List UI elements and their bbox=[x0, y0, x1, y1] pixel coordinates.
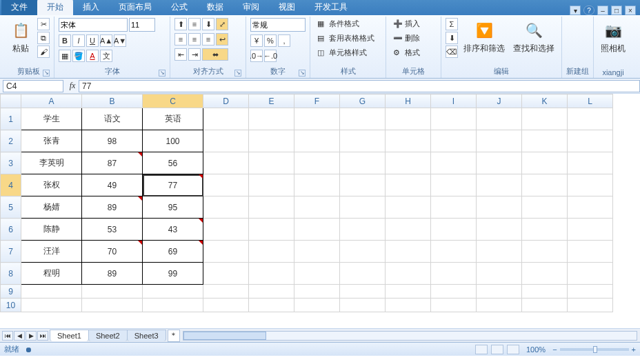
sheet-nav-0[interactable]: ⏮ bbox=[2, 331, 13, 341]
cell-E1[interactable] bbox=[249, 108, 294, 130]
sheet-nav-1[interactable]: ◀ bbox=[14, 331, 25, 341]
tab-0[interactable]: 开始 bbox=[37, 0, 73, 15]
cell-D9[interactable] bbox=[203, 285, 249, 299]
autosum-icon[interactable]: Σ bbox=[446, 18, 458, 30]
clear-icon[interactable]: ⌫ bbox=[446, 46, 458, 58]
cell-E4[interactable] bbox=[249, 174, 294, 196]
select-all-corner[interactable] bbox=[1, 94, 21, 108]
dec-decimal-icon[interactable]: ←.0 bbox=[264, 50, 277, 62]
fx-icon[interactable]: fx bbox=[66, 81, 79, 91]
tab-6[interactable]: 视图 bbox=[269, 0, 305, 15]
indent-dec-icon[interactable]: ⇤ bbox=[174, 48, 187, 61]
format-as-table-button[interactable]: ▤套用表格格式 bbox=[314, 32, 377, 44]
cell-A9[interactable] bbox=[21, 285, 82, 299]
spreadsheet-grid[interactable]: ABCDEFGHIJKL1学生语文英语2张青981003李英明87564张权49… bbox=[0, 94, 613, 312]
cell-F7[interactable] bbox=[294, 241, 340, 263]
comma-icon[interactable]: , bbox=[278, 34, 290, 47]
cell-J3[interactable] bbox=[477, 152, 522, 174]
cell-K5[interactable] bbox=[522, 196, 568, 219]
cell-L3[interactable] bbox=[568, 152, 613, 174]
cell-I7[interactable] bbox=[431, 241, 477, 263]
col-header-F[interactable]: F bbox=[294, 94, 340, 108]
cell-A4[interactable]: 张权 bbox=[21, 174, 82, 196]
cell-G10[interactable] bbox=[340, 299, 386, 312]
tab-3[interactable]: 公式 bbox=[161, 0, 197, 15]
cell-B9[interactable] bbox=[82, 285, 143, 299]
cell-F4[interactable] bbox=[294, 174, 340, 196]
close-icon[interactable]: × bbox=[625, 6, 636, 15]
cell-H4[interactable] bbox=[386, 174, 431, 196]
fill-icon[interactable]: ⬇ bbox=[446, 32, 458, 44]
row-header-4[interactable]: 4 bbox=[1, 174, 21, 196]
col-header-B[interactable]: B bbox=[82, 94, 143, 108]
cell-K1[interactable] bbox=[522, 108, 568, 130]
cell-H8[interactable] bbox=[386, 263, 431, 285]
cell-I10[interactable] bbox=[431, 299, 477, 312]
tab-file[interactable]: 文件 bbox=[1, 0, 37, 15]
cell-J2[interactable] bbox=[477, 130, 522, 152]
sheet-tab-Sheet1[interactable]: Sheet1 bbox=[50, 330, 89, 341]
cell-A8[interactable]: 程明 bbox=[21, 263, 82, 285]
cell-K10[interactable] bbox=[522, 299, 568, 312]
delete-cells-button[interactable]: ➖删除 bbox=[390, 32, 423, 44]
cell-C5[interactable]: 95 bbox=[143, 196, 203, 219]
cell-D2[interactable] bbox=[203, 130, 249, 152]
view-break-icon[interactable] bbox=[507, 345, 519, 354]
cell-H7[interactable] bbox=[386, 241, 431, 263]
merge-icon[interactable]: ⬌ bbox=[202, 48, 228, 61]
cell-A3[interactable]: 李英明 bbox=[21, 152, 82, 174]
format-cells-button[interactable]: ⚙格式 bbox=[390, 47, 423, 59]
cell-K2[interactable] bbox=[522, 130, 568, 152]
name-box[interactable]: C4 bbox=[3, 80, 63, 92]
formula-input[interactable]: 77 bbox=[79, 80, 640, 92]
align-right-icon[interactable]: ≡ bbox=[202, 33, 214, 46]
insert-cells-button[interactable]: ➕插入 bbox=[390, 18, 423, 30]
cell-K9[interactable] bbox=[522, 285, 568, 299]
cell-E2[interactable] bbox=[249, 130, 294, 152]
cell-C4[interactable]: 77 bbox=[143, 174, 203, 196]
cell-B4[interactable]: 49 bbox=[82, 174, 143, 196]
cell-F5[interactable] bbox=[294, 196, 340, 219]
cell-G2[interactable] bbox=[340, 130, 386, 152]
cell-I3[interactable] bbox=[431, 152, 477, 174]
cell-G3[interactable] bbox=[340, 152, 386, 174]
cell-J9[interactable] bbox=[477, 285, 522, 299]
cell-J5[interactable] bbox=[477, 196, 522, 219]
row-header-10[interactable]: 10 bbox=[1, 299, 21, 312]
cell-K7[interactable] bbox=[522, 241, 568, 263]
cell-C1[interactable]: 英语 bbox=[143, 108, 203, 130]
cell-L7[interactable] bbox=[568, 241, 613, 263]
align-left-icon[interactable]: ≡ bbox=[174, 33, 187, 46]
dialog-launcher-icon[interactable]: ↘ bbox=[43, 70, 50, 77]
cell-F9[interactable] bbox=[294, 285, 340, 299]
cell-J8[interactable] bbox=[477, 263, 522, 285]
cell-A1[interactable]: 学生 bbox=[21, 108, 82, 130]
help-icon[interactable]: ? bbox=[583, 6, 594, 15]
grow-font-icon[interactable]: A▲ bbox=[100, 34, 112, 47]
cell-F6[interactable] bbox=[294, 219, 340, 241]
cell-J1[interactable] bbox=[477, 108, 522, 130]
col-header-D[interactable]: D bbox=[203, 94, 249, 108]
bold-button[interactable]: B bbox=[59, 34, 71, 47]
cut-icon[interactable]: ✂ bbox=[37, 18, 50, 30]
cell-E10[interactable] bbox=[249, 299, 294, 312]
sheet-nav-3[interactable]: ⏭ bbox=[37, 331, 48, 341]
cell-J4[interactable] bbox=[477, 174, 522, 196]
align-center-icon[interactable]: ≡ bbox=[188, 33, 201, 46]
col-header-L[interactable]: L bbox=[568, 94, 613, 108]
dialog-launcher-icon[interactable]: ↘ bbox=[299, 70, 306, 77]
tab-2[interactable]: 页面布局 bbox=[109, 0, 161, 15]
cell-B1[interactable]: 语文 bbox=[82, 108, 143, 130]
col-header-E[interactable]: E bbox=[249, 94, 294, 108]
zoom-out-button[interactable]: − bbox=[552, 345, 557, 354]
cell-J10[interactable] bbox=[477, 299, 522, 312]
phonetic-icon[interactable]: 文 bbox=[100, 50, 112, 62]
fill-color-icon[interactable]: 🪣 bbox=[72, 50, 85, 62]
row-header-7[interactable]: 7 bbox=[1, 241, 21, 263]
cell-A5[interactable]: 杨婧 bbox=[21, 196, 82, 219]
cell-B6[interactable]: 53 bbox=[82, 219, 143, 241]
dialog-launcher-icon[interactable]: ↘ bbox=[234, 70, 241, 77]
cell-C6[interactable]: 43 bbox=[143, 219, 203, 241]
view-normal-icon[interactable] bbox=[475, 345, 488, 354]
row-header-5[interactable]: 5 bbox=[1, 196, 21, 219]
